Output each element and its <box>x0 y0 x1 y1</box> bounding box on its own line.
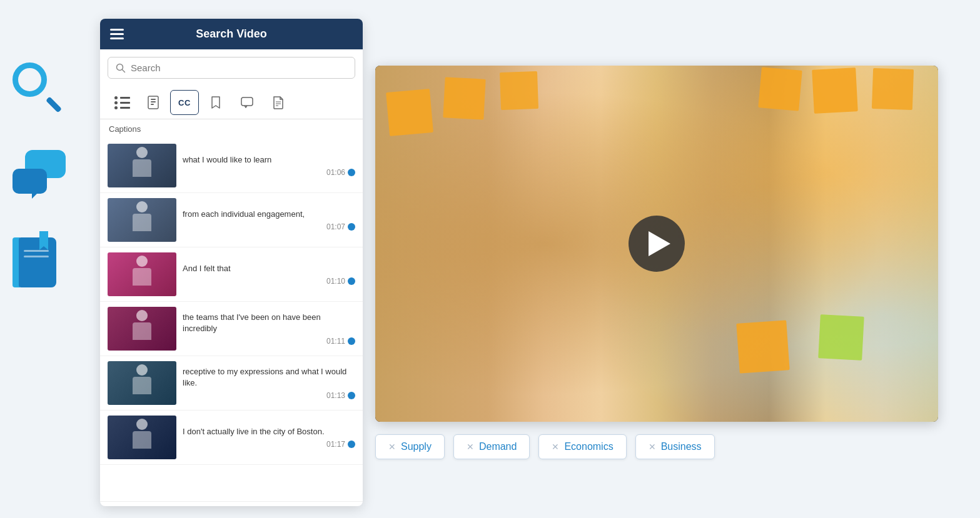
caption-item-4[interactable]: the teams that I've been on have been in… <box>100 302 363 356</box>
captions-label: Captions <box>100 119 363 139</box>
caption-thumb-4 <box>108 307 176 351</box>
caption-content-6: I don't actually live in the city of Bos… <box>183 426 355 449</box>
caption-time-2: 01:07 <box>326 222 345 231</box>
caption-time-6: 01:17 <box>326 440 345 449</box>
caption-dot-2 <box>348 223 355 231</box>
caption-text-2: from each individual engagement, <box>183 209 355 220</box>
panel-title: Search Video <box>131 27 353 41</box>
caption-meta-4: 01:11 <box>183 337 355 346</box>
caption-time-3: 01:10 <box>326 277 345 286</box>
remove-demand-icon[interactable]: ✕ <box>467 442 474 452</box>
toolbar: CC <box>100 86 363 119</box>
deco-chat-icon <box>13 150 69 194</box>
caption-meta-3: 01:10 <box>183 277 355 286</box>
caption-time-5: 01:13 <box>326 391 345 400</box>
caption-text-4: the teams that I've been on have been in… <box>183 312 355 334</box>
caption-thumb-6 <box>108 416 176 459</box>
panel-footer <box>100 501 363 506</box>
caption-thumb-1 <box>108 144 176 187</box>
caption-dot-1 <box>348 169 355 176</box>
toolbar-page-button[interactable] <box>139 90 168 115</box>
tag-demand-label: Demand <box>479 441 517 452</box>
remove-business-icon[interactable]: ✕ <box>649 442 656 452</box>
tag-supply-label: Supply <box>401 441 432 452</box>
toolbar-cc-button[interactable]: CC <box>170 90 199 115</box>
sticky-note-orange-3 <box>500 71 538 110</box>
caption-content-4: the teams that I've been on have been in… <box>183 312 355 346</box>
caption-content-2: from each individual engagement, 01:07 <box>183 209 355 231</box>
caption-dot-4 <box>348 337 355 345</box>
search-input[interactable] <box>131 62 347 73</box>
tag-business-label: Business <box>661 441 702 452</box>
sticky-note-orange-2 <box>443 77 485 119</box>
sticky-note-orange-6 <box>872 68 914 110</box>
tag-economics-label: Economics <box>564 441 613 452</box>
caption-meta-1: 01:06 <box>183 168 355 177</box>
svg-rect-3 <box>151 99 156 100</box>
video-container <box>375 66 938 422</box>
search-video-panel: Search Video <box>100 19 363 506</box>
video-area: ✕ Supply ✕ Demand ✕ Economics ✕ Business <box>363 19 944 506</box>
svg-line-1 <box>123 69 125 72</box>
tag-supply[interactable]: ✕ Supply <box>375 434 445 459</box>
caption-meta-5: 01:13 <box>183 391 355 400</box>
caption-text-6: I don't actually live in the city of Bos… <box>183 426 355 437</box>
cc-label: CC <box>178 98 191 107</box>
caption-dot-5 <box>348 392 355 399</box>
svg-rect-4 <box>151 101 156 102</box>
caption-dot-3 <box>348 277 355 285</box>
caption-text-5: receptive to my expressions and what I w… <box>183 366 355 389</box>
play-triangle-icon <box>649 231 670 256</box>
sticky-note-orange-5 <box>812 67 858 114</box>
caption-meta-2: 01:07 <box>183 222 355 231</box>
deco-search-icon <box>13 62 63 112</box>
toolbar-chat-button[interactable] <box>233 90 261 115</box>
sticky-note-orange-4 <box>758 67 802 111</box>
caption-time-4: 01:11 <box>326 337 345 346</box>
search-icon <box>116 63 126 73</box>
sticky-note-green <box>818 314 864 361</box>
caption-item-6[interactable]: I don't actually live in the city of Bos… <box>100 411 363 465</box>
svg-rect-5 <box>151 104 154 105</box>
caption-thumb-3 <box>108 252 176 296</box>
caption-dot-6 <box>348 441 355 448</box>
remove-supply-icon[interactable]: ✕ <box>388 442 396 452</box>
sticky-note-orange-1 <box>386 89 433 136</box>
deco-book-icon <box>13 231 59 287</box>
main-layout: Search Video <box>100 19 944 506</box>
caption-item-5[interactable]: receptive to my expressions and what I w… <box>100 356 363 411</box>
caption-content-3: And I felt that 01:10 <box>183 263 355 286</box>
caption-thumb-5 <box>108 361 176 405</box>
tags-row: ✕ Supply ✕ Demand ✕ Economics ✕ Business <box>375 434 715 459</box>
caption-meta-6: 01:17 <box>183 440 355 449</box>
caption-item-3[interactable]: And I felt that 01:10 <box>100 247 363 302</box>
caption-content-5: receptive to my expressions and what I w… <box>183 366 355 400</box>
caption-content-1: what I would like to learn 01:06 <box>183 154 355 177</box>
tag-demand[interactable]: ✕ Demand <box>453 434 530 459</box>
svg-rect-6 <box>241 97 253 106</box>
tag-business[interactable]: ✕ Business <box>635 434 715 459</box>
caption-text-1: what I would like to learn <box>183 154 355 166</box>
caption-time-1: 01:06 <box>326 168 345 177</box>
caption-text-3: And I felt that <box>183 263 355 274</box>
caption-item-2[interactable]: from each individual engagement, 01:07 <box>100 193 363 247</box>
caption-item-1[interactable]: what I would like to learn 01:06 <box>100 139 363 193</box>
play-button[interactable] <box>629 216 685 272</box>
toolbar-bookmark-button[interactable] <box>201 90 230 115</box>
caption-thumb-2 <box>108 198 176 242</box>
panel-header: Search Video <box>100 19 363 49</box>
decorative-icons <box>13 62 69 287</box>
toolbar-doc-button[interactable] <box>264 90 293 115</box>
remove-economics-icon[interactable]: ✕ <box>552 442 559 452</box>
hamburger-menu-button[interactable] <box>110 29 124 39</box>
caption-list: what I would like to learn 01:06 <box>100 139 363 501</box>
tag-economics[interactable]: ✕ Economics <box>538 434 626 459</box>
sticky-note-orange-bottom <box>736 320 789 373</box>
search-bar[interactable] <box>108 57 355 79</box>
toolbar-list-button[interactable] <box>108 90 136 115</box>
